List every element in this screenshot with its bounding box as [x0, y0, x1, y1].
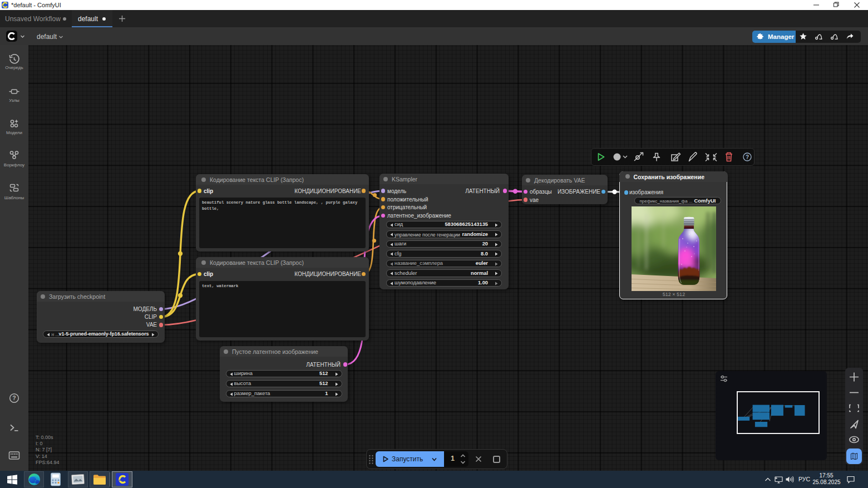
svg-text:?: ?: [746, 154, 749, 160]
